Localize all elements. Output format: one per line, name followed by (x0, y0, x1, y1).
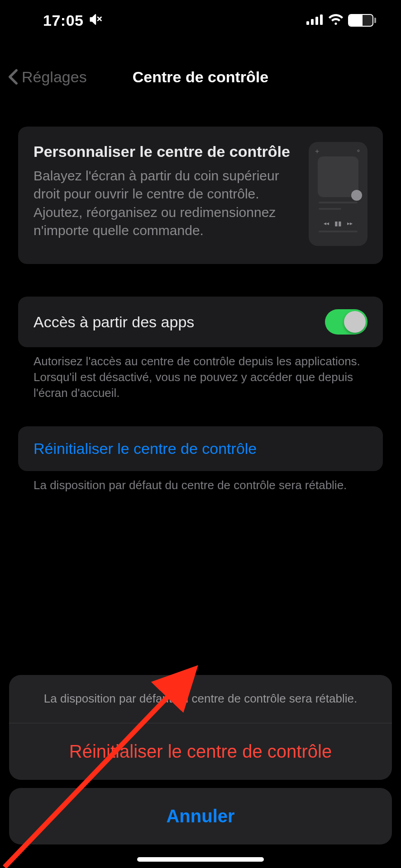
back-label: Réglages (22, 68, 87, 86)
cellular-icon (306, 14, 324, 27)
page-title: Centre de contrôle (133, 68, 268, 86)
sheet-reset-button[interactable]: Réinitialiser le centre de contrôle (9, 723, 392, 780)
battery-icon: 57 (348, 14, 376, 27)
svg-rect-0 (306, 21, 309, 25)
access-footer: Autorisez l'accès au centre de contrôle … (18, 347, 383, 401)
battery-percent: 57 (356, 16, 365, 25)
phone-mockup-icon: + ⚬ ◂◂▮▮▸▸ (309, 142, 368, 246)
nav-bar: Réglages Centre de contrôle (0, 61, 401, 93)
home-indicator[interactable] (137, 857, 264, 862)
svg-rect-3 (320, 14, 323, 25)
access-label: Accès à partir des apps (33, 313, 194, 331)
sheet-message: La disposition par défaut du centre de c… (9, 675, 392, 723)
sheet-cancel-button[interactable]: Annuler (9, 788, 392, 844)
status-bar: 17:05 57 (0, 0, 401, 41)
svg-rect-2 (315, 17, 318, 25)
access-cell: Accès à partir des apps (18, 297, 383, 347)
action-sheet: La disposition par défaut du centre de c… (9, 675, 392, 844)
status-time: 17:05 (43, 12, 83, 29)
reset-link[interactable]: Réinitialiser le centre de contrôle (18, 426, 383, 471)
reset-cell[interactable]: Réinitialiser le centre de contrôle (18, 426, 383, 471)
intro-cell: Personnaliser le centre de contrôle Bala… (18, 127, 383, 264)
intro-title: Personnaliser le centre de contrôle (33, 142, 295, 161)
intro-description: Balayez l'écran à partir du coin supérie… (33, 167, 295, 240)
back-button[interactable]: Réglages (8, 68, 87, 86)
silent-icon (89, 13, 102, 28)
svg-rect-1 (311, 19, 314, 25)
access-toggle[interactable] (325, 309, 368, 335)
wifi-icon (328, 14, 344, 27)
reset-footer: La disposition par défaut du centre de c… (18, 471, 383, 493)
